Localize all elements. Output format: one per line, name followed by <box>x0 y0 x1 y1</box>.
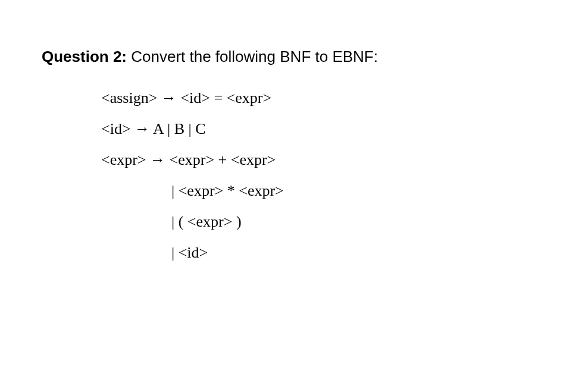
grammar-rule-expr-alt2: | ( <expr> ) <box>101 206 546 237</box>
question-header: Question 2: Convert the following BNF to… <box>42 48 546 66</box>
grammar-rule-expr-alt3: | <id> <box>101 237 546 268</box>
grammar-rule-assign: <assign> → <id> = <expr> <box>101 83 546 114</box>
grammar-rule-expr: <expr> → <expr> + <expr> <box>101 145 546 175</box>
grammar-block: <assign> → <id> = <expr> <id> → A | B | … <box>101 83 546 268</box>
grammar-rule-id: <id> → A | B | C <box>101 114 546 145</box>
question-prompt: Convert the following BNF to EBNF: <box>127 48 378 65</box>
grammar-rule-expr-alt1: | <expr> * <expr> <box>101 175 546 206</box>
question-label: Question 2: <box>42 48 127 65</box>
